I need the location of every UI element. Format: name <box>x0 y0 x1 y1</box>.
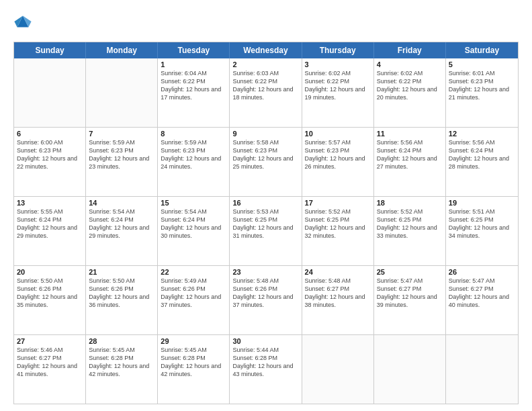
cell-info: Sunrise: 5:51 AM Sunset: 6:25 PM Dayligh… <box>449 208 515 240</box>
calendar-cell: 25Sunrise: 5:47 AM Sunset: 6:27 PM Dayli… <box>374 266 446 334</box>
day-number: 8 <box>161 130 226 138</box>
calendar-cell: 13Sunrise: 5:55 AM Sunset: 6:24 PM Dayli… <box>14 197 86 265</box>
calendar-header-row: SundayMondayTuesdayWednesdayThursdayFrid… <box>14 42 518 58</box>
cell-info: Sunrise: 5:56 AM Sunset: 6:24 PM Dayligh… <box>449 138 515 171</box>
day-number: 22 <box>161 268 226 276</box>
cell-info: Sunrise: 5:57 AM Sunset: 6:23 PM Dayligh… <box>305 138 371 171</box>
calendar-cell: 15Sunrise: 5:54 AM Sunset: 6:24 PM Dayli… <box>158 197 230 265</box>
cell-info: Sunrise: 5:56 AM Sunset: 6:24 PM Dayligh… <box>377 138 443 171</box>
day-number: 23 <box>232 268 298 276</box>
day-number: 28 <box>89 337 154 345</box>
day-header-thursday: Thursday <box>302 42 374 58</box>
calendar-cell: 19Sunrise: 5:51 AM Sunset: 6:25 PM Dayli… <box>446 197 518 265</box>
day-header-sunday: Sunday <box>14 42 86 58</box>
day-number: 20 <box>17 268 83 276</box>
day-number: 27 <box>17 337 83 345</box>
calendar-cell: 11Sunrise: 5:56 AM Sunset: 6:24 PM Dayli… <box>374 128 446 196</box>
day-number: 5 <box>449 60 515 68</box>
day-number: 4 <box>377 60 443 68</box>
calendar-cell: 24Sunrise: 5:48 AM Sunset: 6:27 PM Dayli… <box>302 266 374 334</box>
calendar-body: 1Sunrise: 6:04 AM Sunset: 6:22 PM Daylig… <box>14 58 518 404</box>
calendar-week-4: 20Sunrise: 5:50 AM Sunset: 6:26 PM Dayli… <box>14 266 518 335</box>
cell-info: Sunrise: 6:00 AM Sunset: 6:23 PM Dayligh… <box>17 138 83 171</box>
day-number: 6 <box>17 130 83 138</box>
calendar-cell: 14Sunrise: 5:54 AM Sunset: 6:24 PM Dayli… <box>86 197 158 265</box>
calendar-cell: 2Sunrise: 6:03 AM Sunset: 6:22 PM Daylig… <box>230 58 302 127</box>
logo-icon <box>13 12 32 31</box>
day-number: 7 <box>89 130 154 138</box>
day-number: 18 <box>377 199 443 207</box>
calendar-week-3: 13Sunrise: 5:55 AM Sunset: 6:24 PM Dayli… <box>14 197 518 266</box>
cell-info: Sunrise: 5:53 AM Sunset: 6:25 PM Dayligh… <box>232 208 298 240</box>
calendar-week-5: 27Sunrise: 5:46 AM Sunset: 6:27 PM Dayli… <box>14 335 518 404</box>
day-header-saturday: Saturday <box>446 42 518 58</box>
cell-info: Sunrise: 5:54 AM Sunset: 6:24 PM Dayligh… <box>89 208 154 240</box>
cell-info: Sunrise: 6:01 AM Sunset: 6:23 PM Dayligh… <box>449 69 515 102</box>
day-header-tuesday: Tuesday <box>158 42 230 58</box>
day-number: 14 <box>89 199 154 207</box>
cell-info: Sunrise: 5:52 AM Sunset: 6:25 PM Dayligh… <box>377 208 443 240</box>
calendar-cell: 30Sunrise: 5:44 AM Sunset: 6:28 PM Dayli… <box>230 335 302 404</box>
calendar-cell: 7Sunrise: 5:59 AM Sunset: 6:23 PM Daylig… <box>86 128 158 196</box>
cell-info: Sunrise: 5:52 AM Sunset: 6:25 PM Dayligh… <box>305 208 371 240</box>
calendar-cell: 9Sunrise: 5:58 AM Sunset: 6:23 PM Daylig… <box>230 128 302 196</box>
cell-info: Sunrise: 5:49 AM Sunset: 6:26 PM Dayligh… <box>161 277 226 310</box>
header <box>13 12 519 35</box>
cell-info: Sunrise: 5:47 AM Sunset: 6:27 PM Dayligh… <box>377 277 443 310</box>
cell-info: Sunrise: 5:50 AM Sunset: 6:26 PM Dayligh… <box>89 277 154 310</box>
cell-info: Sunrise: 6:02 AM Sunset: 6:22 PM Dayligh… <box>305 69 371 102</box>
calendar-week-2: 6Sunrise: 6:00 AM Sunset: 6:23 PM Daylig… <box>14 128 518 197</box>
calendar-cell: 20Sunrise: 5:50 AM Sunset: 6:26 PM Dayli… <box>14 266 86 334</box>
day-number: 26 <box>449 268 515 276</box>
calendar-cell: 8Sunrise: 5:59 AM Sunset: 6:23 PM Daylig… <box>158 128 230 196</box>
logo <box>13 12 32 35</box>
day-number: 19 <box>449 199 515 207</box>
cell-info: Sunrise: 5:48 AM Sunset: 6:27 PM Dayligh… <box>305 277 371 310</box>
calendar-cell <box>86 58 158 127</box>
calendar-cell: 1Sunrise: 6:04 AM Sunset: 6:22 PM Daylig… <box>158 58 230 127</box>
calendar-cell <box>446 335 518 404</box>
cell-info: Sunrise: 5:47 AM Sunset: 6:27 PM Dayligh… <box>449 277 515 310</box>
day-number: 21 <box>89 268 154 276</box>
calendar-cell: 10Sunrise: 5:57 AM Sunset: 6:23 PM Dayli… <box>302 128 374 196</box>
day-number: 25 <box>377 268 443 276</box>
page: SundayMondayTuesdayWednesdayThursdayFrid… <box>0 0 532 411</box>
calendar-cell: 3Sunrise: 6:02 AM Sunset: 6:22 PM Daylig… <box>302 58 374 127</box>
cell-info: Sunrise: 5:58 AM Sunset: 6:23 PM Dayligh… <box>232 138 298 171</box>
calendar-cell: 22Sunrise: 5:49 AM Sunset: 6:26 PM Dayli… <box>158 266 230 334</box>
cell-info: Sunrise: 5:44 AM Sunset: 6:28 PM Dayligh… <box>232 346 298 379</box>
calendar: SundayMondayTuesdayWednesdayThursdayFrid… <box>13 42 519 404</box>
calendar-cell: 16Sunrise: 5:53 AM Sunset: 6:25 PM Dayli… <box>230 197 302 265</box>
calendar-cell: 26Sunrise: 5:47 AM Sunset: 6:27 PM Dayli… <box>446 266 518 334</box>
cell-info: Sunrise: 6:02 AM Sunset: 6:22 PM Dayligh… <box>377 69 443 102</box>
calendar-cell: 18Sunrise: 5:52 AM Sunset: 6:25 PM Dayli… <box>374 197 446 265</box>
calendar-cell: 29Sunrise: 5:45 AM Sunset: 6:28 PM Dayli… <box>158 335 230 404</box>
day-number: 15 <box>161 199 226 207</box>
day-number: 2 <box>232 60 298 68</box>
day-number: 1 <box>161 60 226 68</box>
day-header-friday: Friday <box>374 42 446 58</box>
day-number: 30 <box>232 337 298 345</box>
calendar-cell: 28Sunrise: 5:45 AM Sunset: 6:28 PM Dayli… <box>86 335 158 404</box>
calendar-cell: 21Sunrise: 5:50 AM Sunset: 6:26 PM Dayli… <box>86 266 158 334</box>
day-number: 11 <box>377 130 443 138</box>
day-number: 17 <box>305 199 371 207</box>
day-number: 24 <box>305 268 371 276</box>
cell-info: Sunrise: 5:46 AM Sunset: 6:27 PM Dayligh… <box>17 346 83 379</box>
day-header-monday: Monday <box>86 42 158 58</box>
calendar-cell: 4Sunrise: 6:02 AM Sunset: 6:22 PM Daylig… <box>374 58 446 127</box>
day-number: 12 <box>449 130 515 138</box>
cell-info: Sunrise: 5:45 AM Sunset: 6:28 PM Dayligh… <box>89 346 154 379</box>
day-number: 16 <box>232 199 298 207</box>
calendar-week-1: 1Sunrise: 6:04 AM Sunset: 6:22 PM Daylig… <box>14 58 518 128</box>
calendar-cell: 12Sunrise: 5:56 AM Sunset: 6:24 PM Dayli… <box>446 128 518 196</box>
day-number: 29 <box>161 337 226 345</box>
calendar-cell: 17Sunrise: 5:52 AM Sunset: 6:25 PM Dayli… <box>302 197 374 265</box>
calendar-cell: 23Sunrise: 5:48 AM Sunset: 6:26 PM Dayli… <box>230 266 302 334</box>
calendar-cell: 6Sunrise: 6:00 AM Sunset: 6:23 PM Daylig… <box>14 128 86 196</box>
calendar-cell <box>374 335 446 404</box>
day-header-wednesday: Wednesday <box>230 42 302 58</box>
day-number: 10 <box>305 130 371 138</box>
cell-info: Sunrise: 5:59 AM Sunset: 6:23 PM Dayligh… <box>161 138 226 171</box>
calendar-cell: 5Sunrise: 6:01 AM Sunset: 6:23 PM Daylig… <box>446 58 518 127</box>
